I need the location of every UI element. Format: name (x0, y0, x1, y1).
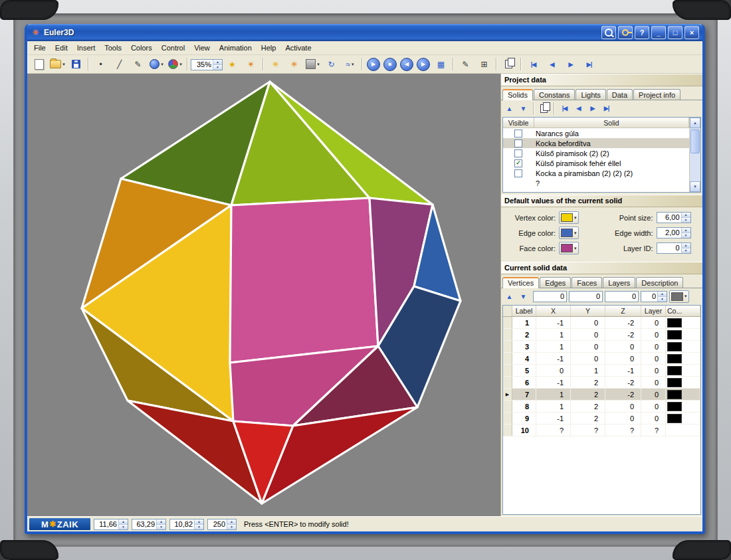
tab-data[interactable]: Data (607, 89, 633, 100)
menu-insert[interactable]: Insert (72, 43, 100, 53)
visible-checkbox[interactable] (514, 130, 522, 138)
step-forward-button[interactable]: ▶ (417, 58, 430, 71)
prev-solid-button[interactable]: ◀ (572, 102, 585, 115)
add-table-button[interactable]: ⊞ (475, 56, 493, 72)
edge-width-spinner-down[interactable]: ▼ (682, 233, 690, 238)
solids-scrollbar[interactable]: ▲ ▼ (689, 118, 700, 192)
menu-activate[interactable]: Activate (280, 43, 316, 53)
render-button[interactable]: ☀ (242, 56, 260, 72)
point-size-spinner[interactable]: 6,00▲▼ (657, 212, 691, 223)
light-2-button[interactable]: ✳ (285, 56, 303, 72)
vertex-row[interactable]: 81200 (503, 401, 700, 413)
first-record-button[interactable]: |◀ (524, 56, 542, 72)
vertex-row[interactable]: ▶712-20 (503, 389, 700, 401)
tab-solids[interactable]: Solids (502, 89, 533, 100)
move-solid-up-button[interactable]: ▲ (503, 102, 516, 115)
next-solid-button[interactable]: ▶ (586, 102, 599, 115)
scroll-up-button[interactable]: ▲ (690, 118, 700, 128)
animation-mode-button[interactable]: ≈▾ (341, 56, 359, 72)
new-button[interactable] (30, 56, 48, 72)
menu-tools[interactable]: Tools (100, 43, 126, 53)
light-1-button[interactable]: ✳ (266, 56, 284, 72)
vertex-row[interactable]: 10???? (503, 424, 700, 436)
zoom-select-up[interactable]: ▲ (213, 60, 222, 65)
scroll-track[interactable] (690, 128, 700, 181)
tab-description[interactable]: Description (636, 277, 683, 288)
zoom-select[interactable]: 35%▲▼ (191, 59, 223, 70)
rotate-view-button[interactable]: ↻ (322, 56, 340, 72)
coord-x-spinner-up[interactable]: ▲ (119, 519, 128, 525)
vertex-row[interactable]: 210-20 (503, 329, 700, 341)
point-size-spinner-down[interactable]: ▼ (682, 218, 690, 223)
zoom-select[interactable]: 35%▲▼ (191, 58, 223, 70)
coord-y-spinner-down[interactable]: ▼ (157, 525, 165, 529)
menu-animation[interactable]: Animation (215, 43, 257, 53)
layer-id-spinner-down[interactable]: ▼ (682, 248, 690, 253)
zoom-select-down[interactable]: ▼ (213, 65, 222, 70)
sphere-tool-button[interactable]: ▾ (148, 56, 165, 72)
vertex-color-picker[interactable]: ▾ (669, 290, 689, 303)
stop-button[interactable]: ■ (383, 58, 397, 71)
distance-spinner[interactable]: 250▲▼ (207, 519, 237, 530)
distance-spinner-down[interactable]: ▼ (227, 525, 236, 529)
point-size-spinner-up[interactable]: ▲ (682, 213, 690, 218)
visible-checkbox[interactable] (514, 140, 522, 147)
vertex-color-picker[interactable]: ▾ (559, 211, 579, 224)
vertex-up-button[interactable]: ▲ (503, 290, 516, 303)
solid-row[interactable]: Kocka befordítva (503, 138, 689, 148)
coord-x-spinner[interactable]: 11,66▲▼ (94, 519, 128, 530)
edge-width-spinner[interactable]: 2,00▲▼ (657, 227, 691, 238)
minimize-button[interactable]: _ (651, 26, 666, 39)
play-button[interactable]: ▶ (367, 58, 380, 71)
coordinate-input[interactable] (605, 291, 639, 302)
distance-spinner-up[interactable]: ▲ (227, 519, 236, 525)
solid-row[interactable]: ? (503, 178, 689, 188)
vertex-row[interactable]: 4-1000 (503, 353, 700, 365)
menu-view[interactable]: View (189, 43, 215, 53)
close-button[interactable]: × (684, 26, 699, 39)
layer-spinner-down[interactable]: ▼ (658, 297, 667, 302)
zoom-window-button[interactable] (601, 26, 616, 39)
solid-row[interactable]: Narancs gúla (503, 128, 689, 138)
layer-id-spinner-up[interactable]: ▲ (682, 243, 690, 248)
solid-row[interactable]: Kocka a piramisban (2) (2) (2) (503, 168, 689, 178)
coord-z-spinner[interactable]: 10,82▲▼ (169, 519, 204, 530)
solid-row[interactable]: Külső piramisok (2) (2) (503, 148, 689, 158)
coord-z-spinner-down[interactable]: ▼ (195, 525, 203, 529)
help-button[interactable]: ? (635, 26, 649, 39)
vertex-row[interactable]: 501-10 (503, 365, 700, 377)
vertex-row[interactable]: 6-12-20 (503, 377, 700, 389)
visible-checkbox[interactable] (514, 169, 522, 177)
solid-tool-button[interactable]: ▾ (166, 56, 184, 72)
face-color-picker[interactable]: ▾ (559, 242, 579, 254)
next-record-button[interactable]: ▶ (562, 56, 579, 72)
tab-project-info[interactable]: Project info (633, 89, 680, 100)
step-back-button[interactable]: ◀ (400, 58, 413, 71)
menu-edit[interactable]: Edit (51, 43, 72, 53)
point-tool-button[interactable]: • (92, 56, 110, 72)
distance-spinner[interactable]: 250▲▼ (207, 519, 237, 530)
coordinate-input[interactable] (569, 291, 603, 302)
menu-file[interactable]: File (29, 43, 51, 53)
coord-z-spinner-up[interactable]: ▲ (195, 519, 203, 525)
visible-checkbox[interactable]: ✓ (514, 159, 522, 167)
viewport[interactable] (27, 74, 500, 516)
visible-checkbox[interactable] (514, 149, 522, 157)
activate-key-button[interactable] (618, 26, 633, 39)
prev-record-button[interactable]: ◀ (543, 56, 561, 72)
vertex-row[interactable]: 9-1200 (503, 413, 700, 424)
duplicate-button[interactable] (500, 56, 518, 72)
coord-y-spinner[interactable]: 63,29▲▼ (132, 519, 166, 530)
open-button[interactable]: ▾ (49, 56, 66, 72)
tab-lights[interactable]: Lights (575, 89, 605, 100)
duplicate-solid-button[interactable] (538, 102, 550, 115)
solid-row[interactable]: ✓Külső piramisok fehér éllel (503, 158, 689, 168)
edit-solid-button[interactable]: ✎ (457, 56, 474, 72)
coord-z-spinner[interactable]: 10,82▲▼ (169, 519, 204, 530)
tab-constans[interactable]: Constans (534, 89, 575, 100)
edge-width-spinner-up[interactable]: ▲ (682, 228, 690, 233)
projection-button[interactable]: ▦ (432, 56, 450, 72)
edge-color-picker[interactable]: ▾ (559, 227, 579, 239)
face-center-pink[interactable] (230, 198, 378, 363)
menu-help[interactable]: Help (257, 43, 281, 53)
